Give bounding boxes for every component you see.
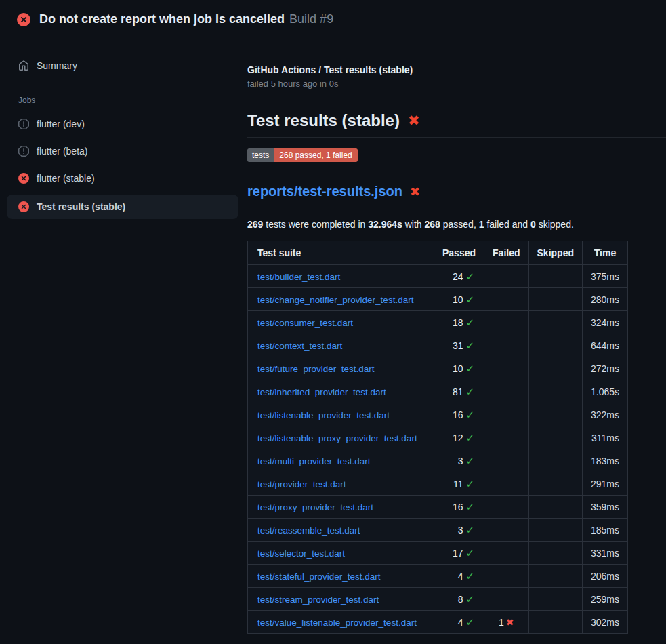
- check-icon: ✓: [465, 317, 474, 329]
- stop-icon: [18, 146, 29, 157]
- test-suite-link[interactable]: test/builder_test.dart: [257, 272, 340, 282]
- page-title: Do not create report when job is cancell…: [39, 12, 333, 26]
- check-icon: ✓: [465, 501, 474, 513]
- passed-cell: 16✓: [434, 403, 484, 426]
- check-icon: ✓: [465, 340, 474, 352]
- sidebar-item-label: Summary: [37, 60, 77, 71]
- failed-cell: [484, 288, 528, 311]
- sidebar-item-flutter-dev[interactable]: flutter (dev): [7, 113, 238, 135]
- test-suite-link[interactable]: test/value_listenable_provider_test.dart: [257, 618, 417, 628]
- summary-line: 269 tests were completed in 32.964s with…: [247, 219, 666, 230]
- passed-cell: 18✓: [434, 311, 484, 334]
- sidebar-item-label: flutter (beta): [37, 146, 87, 157]
- check-icon: ✓: [465, 455, 474, 467]
- summary-segment: 0: [530, 219, 536, 230]
- passed-cell: 17✓: [434, 542, 484, 565]
- sidebar-item-flutter-stable[interactable]: flutter (stable): [7, 167, 238, 189]
- test-suite-link[interactable]: test/context_test.dart: [257, 341, 342, 351]
- summary-segment: 268: [425, 219, 440, 230]
- failed-cell: [484, 542, 528, 565]
- table-row: test/inherited_provider_test.dart81✓1.06…: [248, 380, 628, 403]
- test-suite-link[interactable]: test/reassemble_test.dart: [257, 525, 360, 536]
- time-cell: 280ms: [582, 288, 627, 311]
- table-row: test/context_test.dart31✓644ms: [248, 334, 628, 357]
- column-header-time: Time: [582, 241, 627, 265]
- sidebar-item-label: Test results (stable): [37, 201, 125, 212]
- suite-cell: test/builder_test.dart: [248, 265, 434, 288]
- test-suite-link[interactable]: test/inherited_provider_test.dart: [257, 387, 386, 397]
- table-row: test/selector_test.dart17✓331ms: [248, 542, 628, 565]
- sidebar-item-test-results-stable[interactable]: Test results (stable): [7, 195, 238, 219]
- sidebar-item-summary[interactable]: Summary: [7, 55, 238, 77]
- failed-cell: [484, 426, 528, 449]
- test-suite-link[interactable]: test/stream_provider_test.dart: [257, 595, 379, 605]
- table-row: test/reassemble_test.dart3✓185ms: [248, 519, 628, 542]
- passed-cell: 4✓: [434, 565, 484, 588]
- skipped-cell: [528, 403, 582, 426]
- skipped-cell: [528, 611, 582, 634]
- table-row: test/builder_test.dart24✓375ms: [248, 265, 628, 288]
- badge-value: 268 passed, 1 failed: [274, 148, 357, 162]
- skipped-cell: [528, 542, 582, 565]
- test-suite-link[interactable]: test/selector_test.dart: [257, 548, 345, 559]
- column-header-passed: Passed: [434, 241, 484, 265]
- failed-cell: [484, 357, 528, 380]
- check-icon: ✓: [465, 270, 474, 283]
- passed-cell: 12✓: [434, 426, 484, 449]
- suite-cell: test/consumer_test.dart: [248, 311, 434, 334]
- test-suite-link[interactable]: test/multi_provider_test.dart: [257, 456, 371, 466]
- test-suite-link[interactable]: test/change_notifier_provider_test.dart: [257, 295, 413, 305]
- sidebar-item-flutter-beta[interactable]: flutter (beta): [7, 140, 238, 162]
- summary-segment: with: [402, 219, 425, 230]
- x-icon: ✖: [410, 184, 420, 199]
- time-cell: 302ms: [582, 611, 627, 634]
- table-row: test/stateful_provider_test.dart4✓206ms: [248, 565, 628, 588]
- passed-cell: 10✓: [434, 288, 484, 311]
- test-suite-link[interactable]: test/stateful_provider_test.dart: [257, 571, 381, 582]
- suite-cell: test/provider_test.dart: [248, 472, 434, 496]
- test-suite-link[interactable]: test/listenable_provider_test.dart: [257, 410, 390, 420]
- check-icon: ✓: [465, 363, 474, 375]
- passed-cell: 81✓: [434, 380, 484, 403]
- time-cell: 375ms: [582, 265, 627, 288]
- test-suite-link[interactable]: test/proxy_provider_test.dart: [257, 502, 373, 512]
- passed-cell: 31✓: [434, 334, 484, 357]
- table-row: test/listenable_provider_test.dart16✓322…: [248, 403, 628, 426]
- x-circle-icon: [17, 13, 30, 26]
- suite-cell: test/stateful_provider_test.dart: [248, 565, 434, 588]
- table-row: test/multi_provider_test.dart3✓183ms: [248, 449, 628, 472]
- test-suite-link[interactable]: test/listenable_proxy_provider_test.dart: [257, 433, 417, 443]
- check-icon: ✓: [465, 570, 474, 582]
- x-circle-icon: [18, 173, 29, 184]
- test-suite-link[interactable]: test/consumer_test.dart: [257, 318, 353, 328]
- test-suite-link[interactable]: test/future_provider_test.dart: [257, 364, 375, 374]
- skipped-cell: [528, 426, 582, 449]
- skipped-cell: [528, 565, 582, 588]
- section-title-text: Test results (stable): [247, 111, 400, 130]
- build-number: Build #9: [289, 12, 333, 26]
- table-row: test/stream_provider_test.dart8✓259ms: [248, 588, 628, 611]
- suite-cell: test/proxy_provider_test.dart: [248, 496, 434, 519]
- suite-cell: test/context_test.dart: [248, 334, 434, 357]
- test-suite-link[interactable]: test/provider_test.dart: [257, 479, 346, 489]
- time-cell: 291ms: [582, 472, 627, 496]
- check-icon: ✓: [465, 294, 474, 306]
- check-run-header: Do not create report when job is cancell…: [0, 0, 666, 39]
- skipped-cell: [528, 588, 582, 611]
- skipped-cell: [528, 380, 582, 403]
- check-icon: ✓: [465, 616, 474, 628]
- time-cell: 272ms: [582, 357, 627, 380]
- jobs-section-label: Jobs: [7, 96, 238, 105]
- summary-segment: 1: [479, 219, 484, 230]
- table-row: test/proxy_provider_test.dart16✓359ms: [248, 496, 628, 519]
- badge-label: tests: [247, 148, 274, 162]
- suite-cell: test/listenable_provider_test.dart: [248, 403, 434, 426]
- suite-cell: test/selector_test.dart: [248, 542, 434, 565]
- x-icon: ✖: [506, 617, 514, 628]
- suite-cell: test/listenable_proxy_provider_test.dart: [248, 426, 434, 449]
- time-cell: 359ms: [582, 496, 627, 519]
- passed-cell: 11✓: [434, 472, 484, 496]
- table-row: test/value_listenable_provider_test.dart…: [248, 611, 628, 634]
- report-file-link[interactable]: reports/test-results.json: [247, 184, 402, 199]
- summary-segment: 269: [247, 219, 263, 230]
